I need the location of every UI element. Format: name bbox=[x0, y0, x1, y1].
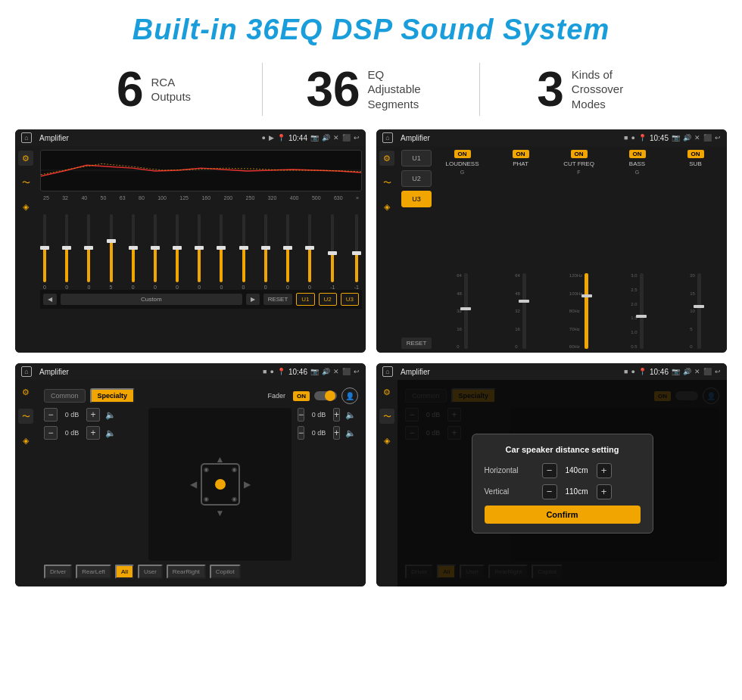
all-btn[interactable]: All bbox=[115, 565, 134, 579]
u1-select[interactable]: U1 bbox=[401, 150, 432, 166]
u1-btn[interactable]: U1 bbox=[296, 293, 314, 306]
db-minus-4[interactable]: − bbox=[298, 426, 304, 440]
slider-3[interactable]: 0 bbox=[87, 214, 90, 290]
vertical-minus[interactable]: − bbox=[542, 484, 557, 499]
copilot-btn[interactable]: Copilot bbox=[210, 565, 241, 579]
slider-8[interactable]: 0 bbox=[198, 214, 201, 290]
db-minus-2[interactable]: − bbox=[44, 426, 58, 440]
driver-btn[interactable]: Driver bbox=[44, 565, 72, 579]
fader-slider[interactable] bbox=[314, 391, 337, 400]
bass-label: BASS bbox=[629, 160, 645, 167]
home-icon-3[interactable] bbox=[21, 366, 32, 377]
back-icon-1[interactable]: ↩ bbox=[354, 134, 360, 142]
rearleft-btn[interactable]: RearLeft bbox=[76, 565, 111, 579]
back-icon-4[interactable]: ↩ bbox=[715, 368, 721, 375]
speaker-icon-2[interactable]: ◈ bbox=[379, 199, 394, 214]
db-plus-3[interactable]: + bbox=[333, 408, 340, 422]
ch-loudness: ON LOUDNESS G 64 48 32 16 0 bbox=[435, 150, 490, 349]
slider-6[interactable]: 0 bbox=[154, 214, 157, 290]
window-icon-3[interactable]: ⬛ bbox=[342, 368, 351, 375]
wave-icon-4[interactable]: 〜 bbox=[379, 409, 394, 424]
home-icon-4[interactable] bbox=[382, 366, 393, 377]
ch-cutfreq: ON CUT FREQ F 120Hz 100Hz 80Hz 70Hz 60Hz bbox=[551, 150, 606, 349]
stat-crossover-number: 3 bbox=[537, 65, 564, 114]
ch-sub: ON SUB 20 15 10 5 0 bbox=[668, 150, 723, 349]
sub-slider: 20 15 10 5 0 bbox=[690, 177, 701, 349]
x-icon-4[interactable]: ✕ bbox=[694, 368, 700, 375]
back-icon-3[interactable]: ↩ bbox=[354, 368, 360, 375]
home-icon-1[interactable] bbox=[21, 132, 32, 143]
horizontal-plus[interactable]: + bbox=[597, 463, 612, 478]
slider-11[interactable]: 0 bbox=[264, 214, 267, 290]
right-arrow-icon[interactable]: ▶ bbox=[244, 479, 251, 490]
speaker-icon-1[interactable]: ◈ bbox=[18, 199, 33, 214]
u3-btn[interactable]: U3 bbox=[341, 293, 359, 306]
u2-select[interactable]: U2 bbox=[401, 170, 432, 187]
eq-icon-2[interactable]: ⚙ bbox=[379, 151, 394, 166]
vertical-plus[interactable]: + bbox=[597, 484, 612, 499]
reset-btn2[interactable]: RESET bbox=[401, 338, 432, 349]
x-icon-3[interactable]: ✕ bbox=[333, 368, 339, 375]
sub-on[interactable]: ON bbox=[687, 150, 704, 158]
horizontal-minus[interactable]: − bbox=[542, 463, 557, 478]
x-icon-1[interactable]: ✕ bbox=[333, 134, 339, 142]
loudness-on[interactable]: ON bbox=[454, 150, 471, 158]
status-bar-4: Amplifier ■ ● 📍 10:46 📷 🔊 ✕ ⬛ ↩ bbox=[376, 363, 727, 380]
time-2: 10:45 bbox=[650, 134, 669, 142]
eq-graph-1 bbox=[40, 150, 362, 191]
wave-icon-3[interactable]: 〜 bbox=[18, 409, 33, 424]
slider-1[interactable]: 0 bbox=[43, 214, 46, 290]
speaker-icon-4[interactable]: ◈ bbox=[379, 433, 394, 448]
profile-icon-3[interactable]: 👤 bbox=[341, 387, 358, 404]
slider-14[interactable]: -1 bbox=[330, 214, 335, 290]
db-plus-2[interactable]: + bbox=[86, 426, 100, 440]
common-tab[interactable]: Common bbox=[44, 389, 86, 403]
s3-layout: Common Specialty Fader ON 👤 − bbox=[40, 384, 362, 583]
u2-btn[interactable]: U2 bbox=[319, 293, 337, 306]
back-icon-2[interactable]: ↩ bbox=[715, 134, 721, 142]
db-minus-1[interactable]: − bbox=[44, 408, 58, 422]
home-icon-2[interactable] bbox=[382, 132, 393, 143]
u3-select[interactable]: U3 bbox=[401, 191, 432, 207]
window-icon-2[interactable]: ⬛ bbox=[703, 134, 712, 142]
left-arrow-icon[interactable]: ◀ bbox=[190, 479, 197, 490]
slider-13[interactable]: 0 bbox=[308, 214, 311, 290]
slider-15[interactable]: -1 bbox=[354, 214, 359, 290]
slider-5[interactable]: 0 bbox=[132, 214, 135, 290]
next-btn[interactable]: ▶ bbox=[246, 294, 260, 305]
eq-icon-1[interactable]: ⚙ bbox=[18, 151, 33, 166]
time-4: 10:46 bbox=[650, 368, 669, 376]
window-icon-1[interactable]: ⬛ bbox=[342, 134, 351, 142]
db-plus-1[interactable]: + bbox=[86, 408, 100, 422]
db-plus-4[interactable]: + bbox=[333, 426, 340, 440]
window-icon-4[interactable]: ⬛ bbox=[703, 368, 712, 375]
slider-10[interactable]: 0 bbox=[242, 214, 245, 290]
wave-icon-2[interactable]: 〜 bbox=[379, 175, 394, 190]
speaker-icon-3[interactable]: ◈ bbox=[18, 433, 33, 448]
user-btn[interactable]: User bbox=[138, 565, 163, 579]
cutfreq-on[interactable]: ON bbox=[571, 150, 588, 158]
bass-on[interactable]: ON bbox=[629, 150, 646, 158]
slider-4[interactable]: 5 bbox=[110, 214, 113, 290]
reset-btn[interactable]: RESET bbox=[263, 294, 293, 305]
slider-7[interactable]: 0 bbox=[176, 214, 179, 290]
wave-icon-1[interactable]: 〜 bbox=[18, 175, 33, 190]
fader-on-toggle[interactable]: ON bbox=[293, 391, 310, 401]
phat-on[interactable]: ON bbox=[513, 150, 529, 158]
speaker-fr-icon: 🔈 bbox=[345, 410, 356, 420]
custom-btn[interactable]: Custom bbox=[61, 294, 242, 305]
specialty-tab[interactable]: Specialty bbox=[90, 388, 136, 403]
fader-center-dot[interactable] bbox=[215, 479, 226, 490]
down-arrow-icon[interactable]: ▼ bbox=[216, 508, 225, 518]
eq-icon-3[interactable]: ⚙ bbox=[18, 384, 33, 400]
slider-9[interactable]: 0 bbox=[220, 214, 223, 290]
freq-more[interactable]: » bbox=[356, 195, 359, 201]
slider-2[interactable]: 0 bbox=[65, 214, 68, 290]
rearright-btn[interactable]: RearRight bbox=[167, 565, 206, 579]
x-icon-2[interactable]: ✕ bbox=[694, 134, 700, 142]
confirm-button[interactable]: Confirm bbox=[485, 506, 641, 524]
db-minus-3[interactable]: − bbox=[298, 408, 304, 422]
prev-btn[interactable]: ◀ bbox=[43, 294, 57, 305]
slider-12[interactable]: 0 bbox=[286, 214, 289, 290]
eq-icon-4[interactable]: ⚙ bbox=[379, 384, 394, 400]
